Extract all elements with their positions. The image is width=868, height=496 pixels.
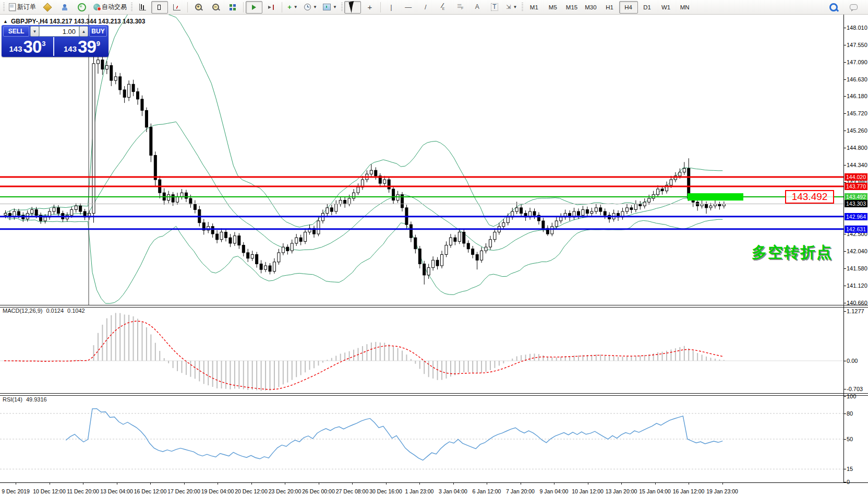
horizontal-line-tool-button[interactable]: —	[400, 1, 417, 14]
fibonacci-tool-button[interactable]: ☰F	[452, 1, 468, 14]
text-tool-button[interactable]: A	[469, 1, 486, 14]
price-level-annotation[interactable]: 143.492	[785, 190, 834, 204]
price-tick-145.260: 145.260	[847, 127, 867, 134]
indicators-plus-icon: +	[287, 4, 292, 10]
signals-button[interactable]	[74, 1, 90, 14]
dropdown-arrow-icon: ▼	[333, 5, 337, 9]
rsi-pane[interactable]	[0, 395, 843, 482]
text-label-icon: T	[491, 3, 498, 11]
toolbar-drag-handle[interactable]	[522, 3, 523, 12]
turning-point-annotation[interactable]: 多空转折点	[752, 242, 833, 263]
one-click-collapse-arrow[interactable]: ▲	[3, 19, 8, 24]
tab-timeframe-mn[interactable]: MN	[676, 1, 694, 14]
templates-icon	[323, 4, 331, 10]
rsi-axis-80: 80	[847, 410, 853, 417]
templates-button[interactable]: ▼	[320, 1, 340, 14]
macd-axis-min: -0.703	[847, 386, 863, 392]
macd-indicator-label: MACD(12,26,9) 0.0124 0.1042	[3, 308, 85, 314]
buy-price-display[interactable]: 143 39 9	[55, 37, 108, 56]
tester-person-icon	[62, 4, 68, 10]
toolbar-drag-handle[interactable]	[3, 3, 5, 12]
profile-button[interactable]	[39, 1, 56, 14]
trendline-tool-button[interactable]: /	[417, 1, 434, 14]
new-order-label: 新订单	[17, 3, 36, 11]
date-tick-label: 11 Dec 20:00	[67, 488, 99, 494]
periods-clock-icon	[304, 4, 311, 10]
volume-decrease-button[interactable]: ▼	[30, 26, 39, 37]
sell-price-pip: 3	[42, 40, 45, 48]
search-button[interactable]	[825, 1, 842, 14]
vertical-line-icon: |	[390, 4, 392, 10]
main-price-pane[interactable]	[0, 15, 843, 305]
auto-scroll-icon	[252, 5, 256, 10]
candle-chart-mode-button[interactable]	[151, 1, 168, 14]
horizontal-line-icon: —	[405, 4, 412, 10]
profile-icon	[43, 3, 52, 11]
date-tick-label: 13 Jan 20:00	[606, 488, 637, 494]
tab-timeframe-h4[interactable]: H4	[619, 1, 638, 14]
tab-timeframe-w1[interactable]: W1	[657, 1, 676, 14]
tab-timeframe-m30[interactable]: M30	[581, 1, 600, 14]
one-click-trading-panel: SELL ▼ 1.00 ▲ BUY 143 30 3 143 39 9	[2, 25, 108, 57]
dropdown-arrow-icon: ▼	[313, 5, 317, 9]
rsi-axis-15: 15	[847, 466, 853, 472]
tab-timeframe-h1[interactable]: H1	[600, 1, 619, 14]
macd-pane[interactable]	[0, 307, 843, 393]
arrows-tool-button[interactable]: ⇲▼	[503, 1, 520, 14]
rsi-axis-50: 50	[847, 436, 853, 442]
trendline-icon: /	[425, 4, 427, 10]
toolbar-drag-handle[interactable]	[341, 3, 343, 12]
chart-shift-button[interactable]	[263, 1, 280, 14]
sell-button[interactable]: SELL	[3, 26, 29, 37]
rsi-name: RSI(14)	[3, 396, 22, 403]
new-order-button[interactable]: 新订单	[6, 1, 39, 14]
tab-timeframe-m15[interactable]: M15	[562, 1, 581, 14]
date-tick-label: 26 Dec 00:00	[302, 488, 334, 494]
cursor-tool-button[interactable]	[344, 1, 361, 14]
toolbar-drag-handle[interactable]	[131, 3, 132, 12]
line-price-tag-142.964: 142.964	[845, 213, 867, 220]
date-tick-label: 30 Dec 16:00	[369, 488, 402, 494]
line-price-tag-143.492: 143.492	[845, 193, 867, 200]
tab-timeframe-m5[interactable]: M5	[544, 1, 562, 14]
tile-windows-button[interactable]	[224, 1, 241, 14]
tab-timeframe-d1[interactable]: D1	[638, 1, 657, 14]
tab-timeframe-m1[interactable]: M1	[525, 1, 544, 14]
text-label-tool-button[interactable]: T	[486, 1, 503, 14]
line-price-tag-142.631: 142.631	[845, 226, 867, 233]
date-tick-label: 10 Jan 12:00	[572, 488, 604, 494]
indicators-button[interactable]: +▼	[284, 1, 301, 14]
line-chart-mode-button[interactable]	[168, 1, 185, 14]
price-tick-146.180: 146.180	[847, 93, 867, 99]
auto-scroll-button[interactable]	[246, 1, 262, 14]
chat-icon	[850, 4, 858, 10]
bar-chart-mode-button[interactable]	[134, 1, 151, 14]
date-tick-label: 15 Jan 04:00	[639, 488, 671, 494]
vertical-line-tool-button[interactable]: |	[383, 1, 400, 14]
fibonacci-icon: ☰F	[457, 3, 463, 11]
crosshair-tool-button[interactable]: +	[361, 1, 378, 14]
date-tick-label: 1 Jan 23:00	[405, 488, 434, 494]
sell-price-display[interactable]: 143 30 3	[2, 37, 54, 56]
zoom-out-button[interactable]: −	[207, 1, 224, 14]
buy-price-pip: 9	[97, 40, 100, 48]
bollinger-upper-band	[4, 15, 722, 227]
strategy-tester-button[interactable]	[56, 1, 73, 14]
zoom-in-button[interactable]: +	[190, 1, 207, 14]
line-price-tag-143.770: 143.770	[845, 183, 867, 190]
spinner-down-icon: ▼	[33, 29, 37, 34]
volume-input[interactable]: 1.00	[39, 26, 79, 37]
macd-axis-zero: 0.00	[847, 358, 858, 364]
periods-button[interactable]: ▼	[302, 1, 320, 14]
zoom-in-icon: +	[195, 4, 202, 10]
volume-increase-button[interactable]: ▲	[79, 26, 88, 37]
equidistant-channel-icon: ∕∕E	[442, 2, 443, 12]
chat-button[interactable]	[845, 1, 862, 14]
sell-price-base: 143	[9, 44, 22, 53]
search-icon	[829, 3, 838, 11]
auto-trading-button[interactable]: 自动交易	[91, 1, 129, 14]
channel-tool-button[interactable]: ∕∕E	[435, 1, 451, 14]
buy-button[interactable]: BUY	[89, 26, 107, 37]
date-tick-label: 17 Dec 20:00	[167, 488, 200, 494]
main-toolbar: 新订单 自动交易 + − +▼ ▼ ▼ + | — / ∕∕E ☰F A T ⇲…	[0, 0, 868, 15]
